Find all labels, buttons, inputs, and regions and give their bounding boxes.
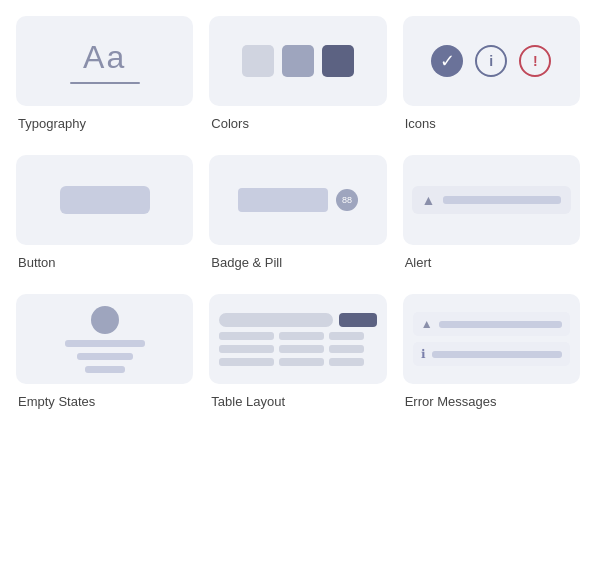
card-empty[interactable] <box>16 294 193 384</box>
card-button[interactable] <box>16 155 193 245</box>
table-button-mock <box>339 313 377 327</box>
card-wrapper-alert: ▲ Alert <box>403 155 580 270</box>
card-typography[interactable]: Aa <box>16 16 193 106</box>
empty-avatar <box>91 306 119 334</box>
card-wrapper-typography: Aa Typography <box>16 16 193 131</box>
table-cell <box>279 358 324 366</box>
card-wrapper-badge: 88 Badge & Pill <box>209 155 386 270</box>
card-label-alert: Alert <box>403 255 432 270</box>
colors-preview <box>242 45 354 77</box>
badge-pill: 88 <box>336 189 358 211</box>
card-table[interactable] <box>209 294 386 384</box>
error-bar-1 <box>439 321 562 328</box>
table-cell <box>219 332 274 340</box>
card-icons[interactable]: ✓ i ! <box>403 16 580 106</box>
table-cell <box>279 345 324 353</box>
card-wrapper-button: Button <box>16 155 193 270</box>
card-wrapper-colors: Colors <box>209 16 386 131</box>
empty-line-short <box>85 366 125 373</box>
card-label-colors: Colors <box>209 116 249 131</box>
card-label-button: Button <box>16 255 56 270</box>
alert-triangle-icon: ▲ <box>422 192 436 208</box>
typography-line <box>70 82 140 84</box>
error-row-1: ▲ <box>413 312 570 336</box>
table-cell <box>329 332 364 340</box>
error-preview: ▲ ℹ <box>403 302 580 376</box>
card-label-error: Error Messages <box>403 394 497 409</box>
error-bar-2 <box>432 351 562 358</box>
card-label-typography: Typography <box>16 116 86 131</box>
badge-bar <box>238 188 328 212</box>
check-icon: ✓ <box>431 45 463 77</box>
card-label-icons: Icons <box>403 116 436 131</box>
empty-line-wide <box>65 340 145 347</box>
card-badge[interactable]: 88 <box>209 155 386 245</box>
icons-preview: ✓ i ! <box>431 45 551 77</box>
table-search-mock <box>219 313 332 327</box>
badge-count: 88 <box>342 195 352 205</box>
table-cell <box>329 345 364 353</box>
card-wrapper-empty: Empty States <box>16 294 193 409</box>
card-label-badge: Badge & Pill <box>209 255 282 270</box>
error-row-2: ℹ <box>413 342 570 366</box>
typography-preview: Aa <box>70 39 140 84</box>
button-mock <box>60 186 150 214</box>
table-cell <box>219 358 274 366</box>
card-alert[interactable]: ▲ <box>403 155 580 245</box>
button-preview <box>16 186 193 214</box>
card-wrapper-icons: ✓ i ! Icons <box>403 16 580 131</box>
table-preview <box>209 303 386 376</box>
info-icon: i <box>475 45 507 77</box>
table-cell <box>329 358 364 366</box>
error-info-icon: ℹ <box>421 347 426 361</box>
table-cell <box>279 332 324 340</box>
card-wrapper-table: Table Layout <box>209 294 386 409</box>
typography-aa: Aa <box>83 39 126 76</box>
card-wrapper-error: ▲ ℹ Error Messages <box>403 294 580 409</box>
card-colors[interactable] <box>209 16 386 106</box>
table-data-row-1 <box>219 332 376 340</box>
warning-icon: ! <box>519 45 551 77</box>
table-header-row <box>219 313 376 327</box>
table-cell <box>219 345 274 353</box>
table-data-row-3 <box>219 358 376 366</box>
table-data-row-2 <box>219 345 376 353</box>
card-label-table: Table Layout <box>209 394 285 409</box>
swatch-light <box>242 45 274 77</box>
error-warn-icon: ▲ <box>421 317 433 331</box>
badge-preview: 88 <box>238 188 358 212</box>
card-error[interactable]: ▲ ℹ <box>403 294 580 384</box>
card-label-empty: Empty States <box>16 394 95 409</box>
alert-preview: ▲ <box>412 186 572 214</box>
swatch-mid <box>282 45 314 77</box>
component-grid: Aa Typography Colors ✓ i ! Icons <box>16 16 580 409</box>
alert-bar <box>443 196 561 204</box>
swatch-dark <box>322 45 354 77</box>
empty-preview <box>55 296 155 383</box>
empty-line-mid <box>77 353 133 360</box>
